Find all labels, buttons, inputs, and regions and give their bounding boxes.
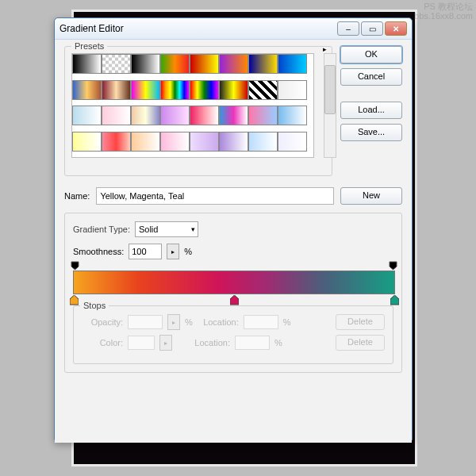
- smoothness-unit: %: [184, 247, 192, 256]
- minimize-button[interactable]: –: [337, 21, 359, 36]
- preset-swatch[interactable]: [72, 54, 102, 74]
- preset-swatch[interactable]: [102, 106, 131, 125]
- preset-swatch[interactable]: [278, 106, 307, 125]
- gradient-bar[interactable]: [73, 271, 395, 294]
- stops-fieldset: Stops Opacity: ▸ % Location: % Delete Co…: [73, 305, 393, 364]
- save-button[interactable]: Save...: [340, 124, 402, 141]
- preset-swatch[interactable]: [72, 80, 102, 100]
- preset-swatch[interactable]: [72, 106, 102, 125]
- preset-swatch[interactable]: [248, 132, 278, 152]
- preset-swatch[interactable]: [219, 80, 248, 100]
- smoothness-label: Smoothness:: [73, 247, 124, 256]
- preset-swatch[interactable]: [190, 54, 219, 74]
- stops-legend: Stops: [80, 301, 109, 310]
- preset-swatch[interactable]: [248, 80, 278, 100]
- svg-marker-4: [390, 295, 399, 305]
- preset-swatch[interactable]: [160, 80, 190, 100]
- preset-swatch[interactable]: [160, 106, 190, 125]
- new-button[interactable]: New: [340, 187, 402, 205]
- close-button[interactable]: ✕: [385, 21, 407, 36]
- presets-legend: Presets: [71, 41, 107, 51]
- opacity-stop-left[interactable]: [71, 261, 79, 270]
- location-label-2: Location:: [189, 338, 230, 347]
- maximize-button[interactable]: ▭: [361, 21, 383, 36]
- preset-swatch[interactable]: [190, 132, 219, 152]
- color-well: [128, 336, 155, 350]
- location-input-2: [235, 336, 270, 350]
- gradient-editor-dialog: Gradient Editor – ▭ ✕ Presets ▸ OK: [54, 17, 413, 443]
- preset-grid[interactable]: [71, 53, 314, 158]
- cancel-button[interactable]: Cancel: [340, 68, 402, 86]
- svg-marker-1: [390, 262, 397, 270]
- svg-marker-2: [70, 295, 79, 305]
- smoothness-input[interactable]: 100: [129, 244, 162, 259]
- preset-swatch[interactable]: [131, 132, 160, 152]
- gradient-type-select[interactable]: Solid: [135, 221, 198, 237]
- color-stop[interactable]: [390, 295, 399, 305]
- preset-swatch[interactable]: [248, 54, 278, 74]
- preset-swatch[interactable]: [131, 80, 160, 100]
- delete-color-stop-button: Delete: [336, 335, 385, 351]
- preset-swatch[interactable]: [131, 54, 160, 74]
- location-input-1: [244, 315, 278, 329]
- svg-marker-3: [230, 295, 239, 305]
- preset-swatch[interactable]: [278, 54, 307, 74]
- preset-swatch[interactable]: [190, 106, 219, 125]
- opacity-stepper: ▸: [167, 314, 180, 330]
- watermark: PS 教程论坛 bbs.16xx8.com: [414, 2, 473, 21]
- location-label-1: Location:: [198, 317, 239, 327]
- preset-swatch[interactable]: [160, 132, 190, 152]
- preset-swatch[interactable]: [160, 54, 190, 74]
- svg-marker-0: [71, 262, 79, 270]
- delete-opacity-stop-button: Delete: [336, 314, 385, 330]
- preset-swatch[interactable]: [190, 80, 219, 100]
- preset-swatch[interactable]: [72, 132, 102, 152]
- preset-swatch[interactable]: [219, 106, 248, 125]
- preset-swatch[interactable]: [102, 132, 131, 152]
- color-stop[interactable]: [230, 295, 239, 305]
- gradient-preview: [74, 271, 394, 294]
- color-label: Color:: [82, 338, 123, 347]
- preset-swatch[interactable]: [278, 132, 307, 152]
- name-input[interactable]: [96, 187, 334, 205]
- name-label: Name:: [64, 191, 90, 201]
- color-picker-arrow: ▸: [159, 335, 172, 351]
- presets-menu-icon[interactable]: ▸: [323, 45, 327, 53]
- preset-swatch[interactable]: [102, 80, 131, 100]
- preset-scrollbar[interactable]: [324, 53, 336, 158]
- gradient-type-label: Gradient Type:: [73, 225, 130, 234]
- opacity-input: [128, 315, 163, 329]
- smoothness-stepper[interactable]: ▸: [167, 244, 179, 259]
- titlebar[interactable]: Gradient Editor – ▭ ✕: [55, 18, 412, 40]
- opacity-stop-right[interactable]: [389, 261, 397, 270]
- color-stop[interactable]: [70, 295, 79, 305]
- preset-swatch[interactable]: [219, 132, 248, 152]
- presets-fieldset: Presets ▸: [64, 46, 332, 176]
- gradient-section: Gradient Type: Solid Smoothness: 100 ▸ %: [64, 213, 402, 373]
- opacity-label: Opacity:: [82, 317, 123, 327]
- preset-swatch[interactable]: [102, 54, 131, 74]
- preset-swatch[interactable]: [131, 106, 160, 125]
- preset-swatch[interactable]: [278, 80, 307, 100]
- window-title: Gradient Editor: [60, 23, 124, 34]
- load-button[interactable]: Load...: [340, 102, 402, 119]
- preset-swatch[interactable]: [248, 106, 278, 125]
- preset-swatch[interactable]: [219, 54, 248, 74]
- ok-button[interactable]: OK: [340, 46, 402, 63]
